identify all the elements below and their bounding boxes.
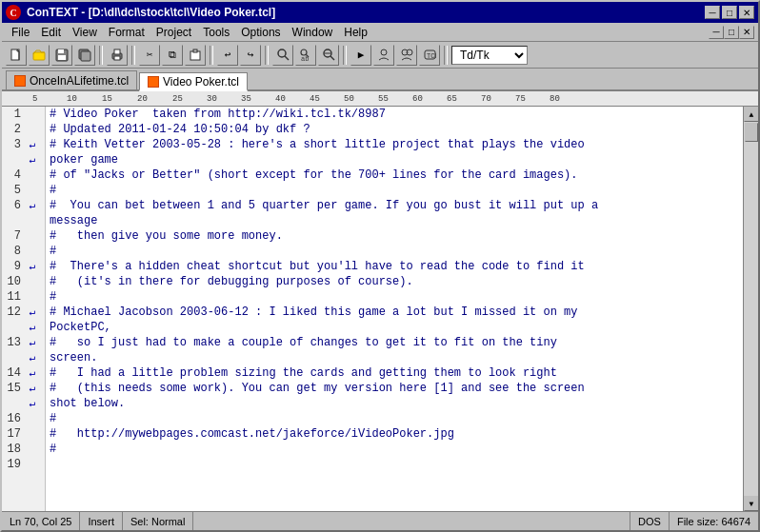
app-icon: C [6, 5, 21, 20]
status-spacer [193, 512, 630, 530]
table-row: # [46, 411, 743, 426]
undo-button[interactable]: ↩ [217, 45, 238, 66]
run-button[interactable]: ▶ [350, 45, 371, 66]
menu-edit[interactable]: Edit [35, 25, 67, 40]
menu-file[interactable]: File [6, 25, 35, 40]
user3-button[interactable]: TCL [419, 45, 440, 66]
table-row: # [46, 183, 743, 198]
title-bar: C ConTEXT - [D:\dl\dcl\stock\tcl\Video P… [2, 2, 758, 23]
line-number: 19 [2, 457, 25, 472]
find-in-files-button[interactable] [318, 45, 339, 66]
wrap-indicator: ↵ [25, 198, 40, 213]
wrap-indicator [25, 183, 40, 198]
table-row: # (it's in there for debugging purposes … [46, 274, 743, 289]
menu-tools[interactable]: Tools [197, 25, 235, 40]
tab-once-in-a-lifetime[interactable]: OnceInALifetime.tcl [6, 70, 137, 89]
line-number: 4 [2, 167, 25, 183]
line-number: 7 [2, 228, 25, 244]
save-button[interactable] [51, 45, 72, 66]
maximize-button[interactable]: □ [722, 6, 737, 19]
cut-button[interactable]: ✂ [139, 45, 160, 66]
print-button[interactable] [107, 45, 128, 66]
menu-options[interactable]: Options [235, 25, 286, 40]
line-number: 10 [2, 274, 25, 289]
line-number: 8 [2, 244, 25, 259]
selection-text: Sel: Normal [130, 516, 185, 527]
scrollbar-vertical[interactable]: ▲ ▼ [743, 107, 758, 511]
user2-button[interactable] [396, 45, 417, 66]
wrap-indicator: ↵ [25, 320, 40, 335]
scrollbar-thumb[interactable] [745, 123, 758, 142]
menu-window[interactable]: Window [287, 25, 339, 40]
table-row: # Video Poker taken from http://wiki.tcl… [46, 107, 743, 122]
tab-video-poker[interactable]: Video Poker.tcl [139, 72, 248, 91]
table-row: poker game [46, 152, 743, 167]
inner-maximize-button[interactable]: □ [724, 26, 739, 39]
toolbar-sep-4 [265, 46, 269, 65]
wrap-indicator: ↵ [25, 152, 40, 167]
svg-point-22 [381, 49, 387, 55]
table-row: PocketPC, [46, 320, 743, 335]
menu-view[interactable]: View [67, 25, 103, 40]
wrap-indicator: ↵ [25, 137, 40, 152]
open-button[interactable] [29, 45, 50, 66]
line-number: 15 [2, 381, 25, 396]
wrap-indicator [25, 167, 40, 183]
svg-rect-6 [58, 55, 66, 60]
ruler-content: 5 10 15 20 25 30 35 40 45 50 55 60 65 70… [32, 91, 758, 106]
tab-label-1: OnceInALifetime.tcl [30, 74, 129, 88]
scroll-up-button[interactable]: ▲ [744, 107, 758, 122]
replace-button[interactable]: ab [295, 45, 316, 66]
close-button[interactable]: ✕ [739, 6, 754, 19]
paste-button[interactable] [185, 45, 206, 66]
save-all-button[interactable] [74, 45, 95, 66]
menu-project[interactable]: Project [150, 25, 197, 40]
line-number: 12 [2, 305, 25, 320]
svg-rect-5 [58, 49, 64, 53]
wrap-indicator: ↵ [25, 381, 40, 396]
table-row: # then give you some more money. [46, 228, 743, 244]
new-button[interactable] [6, 45, 27, 66]
wrap-indicator: ↵ [25, 259, 40, 274]
inner-minimize-button[interactable]: ─ [709, 26, 724, 39]
menu-format[interactable]: Format [103, 25, 150, 40]
wrap-indicator: ↵ [25, 350, 40, 365]
syntax-dropdown[interactable]: Td/Tk [451, 46, 528, 65]
toolbar-sep-3 [210, 46, 213, 65]
line-number: 9 [2, 259, 25, 274]
status-encoding: DOS [630, 512, 670, 530]
filesize-text: File size: 64674 [677, 516, 750, 527]
svg-text:ab: ab [301, 55, 309, 61]
status-selection: Sel: Normal [123, 512, 193, 530]
svg-text:TCL: TCL [427, 52, 436, 60]
title-buttons: ─ □ ✕ [705, 6, 754, 19]
ruler: 5 10 15 20 25 30 35 40 45 50 55 60 65 70… [2, 91, 758, 107]
redo-button[interactable]: ↪ [240, 45, 261, 66]
minimize-button[interactable]: ─ [705, 6, 720, 19]
scroll-down-button[interactable]: ▼ [744, 496, 758, 511]
line-number: 14 [2, 365, 25, 381]
svg-line-15 [285, 56, 289, 60]
svg-rect-3 [33, 52, 45, 60]
line-number [2, 350, 25, 365]
wrap-indicator: ↵ [25, 335, 40, 350]
table-row: screen. [46, 350, 743, 365]
line-number: 3 [2, 137, 25, 152]
svg-rect-11 [114, 56, 120, 60]
code-editor[interactable]: # Video Poker taken from http://wiki.tcl… [46, 107, 743, 511]
line-number: 5 [2, 183, 25, 198]
user1-button[interactable] [373, 45, 394, 66]
menu-help[interactable]: Help [338, 25, 373, 40]
line-number: 1 [2, 107, 25, 122]
find-button[interactable] [272, 45, 293, 66]
line-numbers: 123↵↵456↵789↵101112↵↵13↵↵14↵15↵↵16171819 [2, 107, 45, 472]
copy-button[interactable]: ⧉ [162, 45, 183, 66]
scrollbar-track[interactable] [744, 122, 758, 496]
wrap-indicator [25, 411, 40, 426]
wrap-indicator [25, 274, 40, 289]
main-window: C ConTEXT - [D:\dl\dcl\stock\tcl\Video P… [0, 0, 760, 532]
inner-close-button[interactable]: ✕ [739, 26, 754, 39]
wrap-indicator [25, 442, 40, 457]
table-row: # Michael Jacobson 2003-06-12 : I liked … [46, 305, 743, 320]
line-number [2, 320, 25, 335]
